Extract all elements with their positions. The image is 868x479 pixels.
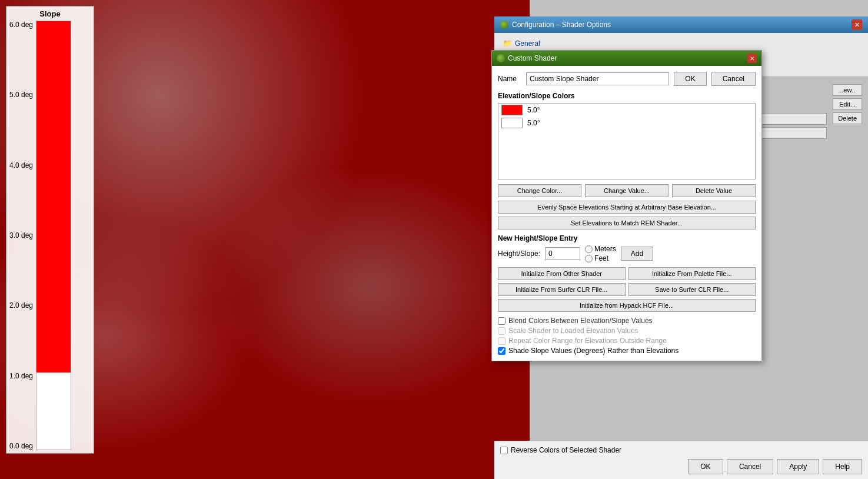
slope-labels: 0.0 deg 1.0 deg 2.0 deg 3.0 deg 4.0 deg … (9, 21, 36, 450)
blend-colors-label[interactable]: Blend Colors Between Elevation/Slope Val… (498, 317, 756, 325)
config-close-button[interactable]: ✕ (852, 19, 862, 30)
repeat-color-text: Repeat Color Range for Elevations Outsid… (508, 337, 667, 345)
name-row: Name OK Cancel (498, 72, 756, 86)
repeat-color-checkbox (498, 337, 505, 345)
help-button[interactable]: Help (823, 459, 862, 474)
custom-shader-titlebar: Custom Shader ✕ (492, 51, 761, 66)
slope-label-3: 3.0 deg (9, 231, 33, 239)
init-surfer-button[interactable]: Initialize From Surfer CLR File... (498, 283, 626, 296)
color-action-row: Change Color... Change Value... Delete V… (498, 184, 756, 197)
meters-radio[interactable] (585, 245, 593, 253)
modal-titlebar-left: Custom Shader (497, 54, 557, 62)
custom-shader-title: Custom Shader (508, 54, 557, 62)
reverse-checkbox[interactable] (500, 447, 508, 454)
scale-shader-label[interactable]: Scale Shader to Loaded Elevation Values (498, 327, 756, 335)
shade-slope-checkbox[interactable] (498, 347, 505, 355)
modal-ok-button[interactable]: OK (674, 72, 706, 86)
meters-radio-label[interactable]: Meters (585, 245, 616, 253)
meters-label: Meters (594, 245, 616, 253)
new-entry-row: Height/Slope: Meters Feet Add (498, 245, 756, 262)
slope-label-2: 2.0 deg (9, 301, 33, 310)
custom-shader-body: Name OK Cancel Elevation/Slope Colors 5.… (492, 66, 761, 361)
mid-buttons: ...ew... Edit... Delete (833, 84, 862, 354)
reverse-checkbox-row: Reverse Colors of Selected Shader (500, 446, 862, 454)
blend-colors-checkbox[interactable] (498, 317, 505, 325)
ok-button[interactable]: OK (688, 459, 723, 474)
slope-label-0: 0.0 deg (9, 442, 33, 450)
height-slope-label: Height/Slope: (498, 250, 540, 258)
edit-btn[interactable]: Edit... (833, 98, 862, 110)
scale-shader-text: Scale Shader to Loaded Elevation Values (508, 327, 638, 335)
slope-label-5: 5.0 deg (9, 91, 33, 99)
dialog-buttons: OK Cancel Apply Help (500, 459, 862, 474)
slope-bar (36, 21, 71, 450)
init-palette-button[interactable]: Initialize From Palette File... (628, 267, 756, 280)
delete-btn[interactable]: Delete (833, 112, 862, 124)
slope-legend-title: Slope (9, 9, 91, 18)
bottom-controls: Reverse Colors of Selected Shader OK Can… (494, 441, 868, 479)
add-button[interactable]: Add (621, 247, 653, 261)
name-input[interactable] (526, 72, 669, 85)
cancel-button[interactable]: Cancel (727, 459, 773, 474)
color-list: 5.0° 5.0° (498, 103, 756, 179)
config-title-text: Configuration – Shader Options (512, 21, 611, 29)
set-elevations-button[interactable]: Set Elevations to Match REM Shader... (498, 217, 756, 229)
init-other-button[interactable]: Initialize From Other Shader (498, 267, 626, 280)
feet-radio[interactable] (585, 255, 593, 262)
color-list-item-white[interactable]: 5.0° (498, 117, 755, 129)
modal-cancel-button[interactable]: Cancel (711, 72, 756, 86)
repeat-color-label[interactable]: Repeat Color Range for Elevations Outsid… (498, 337, 756, 345)
reverse-checkbox-label: Reverse Colors of Selected Shader (511, 446, 621, 454)
color-list-item-red[interactable]: 5.0° (498, 104, 755, 117)
slope-label-1: 1.0 deg (9, 372, 33, 380)
init-hypack-button[interactable]: Initialize from Hypack HCF File... (498, 299, 756, 312)
custom-shader-icon (497, 54, 505, 62)
change-color-button[interactable]: Change Color... (498, 184, 581, 197)
apply-button[interactable]: Apply (777, 459, 819, 474)
checkbox-section: Blend Colors Between Elevation/Slope Val… (498, 317, 756, 355)
slope-label-6: 6.0 deg (9, 21, 33, 29)
blend-colors-text: Blend Colors Between Elevation/Slope Val… (508, 317, 653, 325)
new-entry-label: New Height/Slope Entry (498, 234, 756, 242)
evenly-space-button[interactable]: Evenly Space Elevations Starting at Arbi… (498, 201, 756, 214)
scale-shader-checkbox (498, 327, 505, 335)
nav-label-general: General (515, 39, 540, 48)
custom-shader-dialog: Custom Shader ✕ Name OK Cancel Elevation… (491, 50, 762, 361)
delete-value-button[interactable]: Delete Value (672, 184, 756, 197)
init-buttons: Initialize From Other Shader Initialize … (498, 267, 756, 312)
nav-item-general[interactable]: 📁 General (500, 38, 862, 49)
feet-label: Feet (594, 254, 608, 262)
shade-slope-label[interactable]: Shade Slope Values (Degrees) Rather than… (498, 347, 756, 355)
name-label: Name (498, 75, 521, 83)
shade-slope-text: Shade Slope Values (Degrees) Rather than… (508, 347, 679, 355)
view-btn[interactable]: ...ew... (833, 84, 862, 96)
custom-shader-close-button[interactable]: ✕ (747, 54, 757, 63)
config-title-icon (500, 21, 508, 29)
slope-label-4: 4.0 deg (9, 161, 33, 169)
red-value: 5.0° (527, 106, 540, 114)
white-swatch (501, 118, 523, 128)
slope-legend: Slope 0.0 deg 1.0 deg 2.0 deg 3.0 deg 4.… (6, 6, 94, 454)
slope-bar-container: 0.0 deg 1.0 deg 2.0 deg 3.0 deg 4.0 deg … (9, 21, 91, 450)
config-titlebar: Configuration – Shader Options ✕ (494, 16, 868, 33)
map-area: Slope 0.0 deg 1.0 deg 2.0 deg 3.0 deg 4.… (0, 0, 530, 479)
red-swatch (501, 105, 523, 115)
unit-radio-group: Meters Feet (585, 245, 616, 262)
folder-icon-general: 📁 (503, 39, 512, 48)
feet-radio-label[interactable]: Feet (585, 254, 616, 262)
save-surfer-button[interactable]: Save to Surfer CLR File... (628, 283, 756, 296)
change-value-button[interactable]: Change Value... (585, 184, 669, 197)
white-value: 5.0° (527, 119, 540, 127)
elevation-colors-label: Elevation/Slope Colors (498, 92, 756, 100)
height-slope-input[interactable] (545, 247, 580, 260)
new-entry-section: New Height/Slope Entry Height/Slope: Met… (498, 234, 756, 262)
